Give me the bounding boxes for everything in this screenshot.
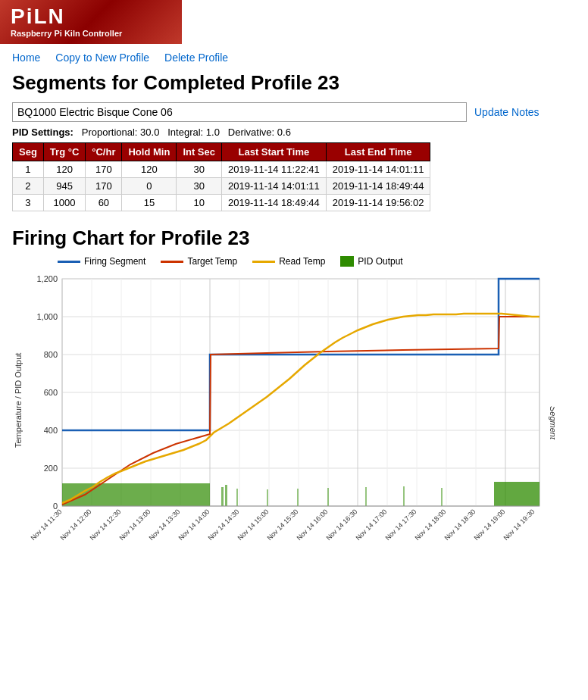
pid-derivative-label: Derivative: xyxy=(228,127,274,138)
legend-read-temp-label: Read Temp xyxy=(279,256,325,267)
legend-target-temp: Target Temp xyxy=(161,256,237,267)
legend-pid-output: PID Output xyxy=(340,256,402,267)
table-cell: 1 xyxy=(13,161,44,178)
svg-rect-42 xyxy=(494,482,540,506)
y-axis-label: Temperature / PID Output xyxy=(12,271,24,529)
legend-read-temp-icon xyxy=(252,261,275,263)
navigation: Home Copy to New Profile Delete Profile xyxy=(0,44,588,71)
col-int: Int Sec xyxy=(177,143,222,161)
svg-rect-35 xyxy=(236,489,238,506)
logo-subtitle: Raspberry Pi Kiln Controller xyxy=(11,29,122,38)
chart-wrapper: Temperature / PID Output xyxy=(12,271,576,552)
legend-target-temp-icon xyxy=(161,261,183,263)
col-hold: Hold Min xyxy=(122,143,177,161)
table-cell: 945 xyxy=(43,178,85,195)
table-cell: 2019-11-14 19:56:02 xyxy=(326,195,430,211)
svg-rect-36 xyxy=(267,489,268,506)
table-cell: 30 xyxy=(177,178,222,195)
svg-rect-41 xyxy=(441,488,443,506)
legend-firing-segment-icon xyxy=(58,261,80,263)
nav-copy-profile[interactable]: Copy to New Profile xyxy=(55,52,149,64)
page-title: Segments for Completed Profile 23 xyxy=(12,71,576,95)
app-header: PiLN Raspberry Pi Kiln Controller xyxy=(0,0,182,44)
pid-derivative-value: 0.6 xyxy=(277,127,291,138)
nav-home[interactable]: Home xyxy=(12,52,40,64)
svg-text:1,200: 1,200 xyxy=(36,274,58,283)
legend-pid-output-icon xyxy=(340,256,354,267)
legend-read-temp: Read Temp xyxy=(252,256,325,267)
chart-title: Firing Chart for Profile 23 xyxy=(12,227,576,250)
svg-text:400: 400 xyxy=(44,426,58,435)
svg-rect-34 xyxy=(225,485,227,506)
table-cell: 2019-11-14 11:22:41 xyxy=(222,161,327,178)
pid-integral-value: 1.0 xyxy=(206,127,220,138)
svg-text:1,000: 1,000 xyxy=(36,312,58,321)
col-rate: °C/hr xyxy=(86,143,122,161)
table-cell: 3 xyxy=(13,195,44,211)
legend-pid-output-label: PID Output xyxy=(358,256,402,267)
logo-text: PiLN xyxy=(11,6,122,27)
svg-text:200: 200 xyxy=(44,464,58,473)
legend-firing-segment-label: Firing Segment xyxy=(84,256,145,267)
chart-legend: Firing Segment Target Temp Read Temp PID… xyxy=(58,256,576,267)
pid-label: PID Settings: xyxy=(12,127,74,138)
svg-text:600: 600 xyxy=(44,388,58,397)
main-content: Segments for Completed Profile 23 Update… xyxy=(0,71,588,567)
svg-rect-40 xyxy=(403,486,405,506)
table-row: 29451700302019-11-14 14:01:112019-11-14 … xyxy=(13,178,430,195)
table-cell: 120 xyxy=(43,161,85,178)
pid-integral-label: Integral: xyxy=(167,127,203,138)
table-cell: 1000 xyxy=(43,195,85,211)
svg-rect-39 xyxy=(365,487,367,506)
svg-rect-38 xyxy=(327,488,329,506)
notes-input[interactable] xyxy=(12,102,467,122)
pid-proportional-label: Proportional: xyxy=(82,127,138,138)
table-cell: 0 xyxy=(122,178,177,195)
table-cell: 30 xyxy=(177,161,222,178)
table-row: 1120170120302019-11-14 11:22:412019-11-1… xyxy=(13,161,430,178)
table-cell: 2 xyxy=(13,178,44,195)
svg-text:Segment: Segment xyxy=(549,406,555,440)
firing-chart: 1,200 1,000 800 600 400 200 0 xyxy=(24,271,555,552)
table-cell: 10 xyxy=(177,195,222,211)
svg-rect-37 xyxy=(297,489,299,506)
pid-proportional-value: 30.0 xyxy=(140,127,159,138)
notes-row: Update Notes xyxy=(12,102,576,122)
table-cell: 120 xyxy=(122,161,177,178)
table-cell: 15 xyxy=(122,195,177,211)
svg-text:800: 800 xyxy=(44,350,58,359)
legend-target-temp-label: Target Temp xyxy=(187,256,237,267)
svg-text:Nov 14 19:30: Nov 14 19:30 xyxy=(502,508,536,542)
table-cell: 2019-11-14 18:49:44 xyxy=(222,195,327,211)
table-cell: 2019-11-14 14:01:11 xyxy=(326,161,430,178)
table-row: 310006015102019-11-14 18:49:442019-11-14… xyxy=(13,195,430,211)
col-trg: Trg °C xyxy=(43,143,85,161)
table-cell: 170 xyxy=(86,178,122,195)
col-end: Last End Time xyxy=(326,143,430,161)
col-start: Last Start Time xyxy=(222,143,327,161)
table-cell: 60 xyxy=(86,195,122,211)
update-notes-button[interactable]: Update Notes xyxy=(474,106,540,118)
segments-table: Seg Trg °C °C/hr Hold Min Int Sec Last S… xyxy=(12,142,430,211)
table-cell: 170 xyxy=(86,161,122,178)
pid-settings: PID Settings: Proportional: 30.0 Integra… xyxy=(12,127,576,138)
table-cell: 2019-11-14 18:49:44 xyxy=(326,178,430,195)
table-cell: 2019-11-14 14:01:11 xyxy=(222,178,327,195)
col-seg: Seg xyxy=(13,143,44,161)
svg-rect-33 xyxy=(221,487,224,506)
legend-firing-segment: Firing Segment xyxy=(58,256,145,267)
nav-delete-profile[interactable]: Delete Profile xyxy=(164,52,228,64)
